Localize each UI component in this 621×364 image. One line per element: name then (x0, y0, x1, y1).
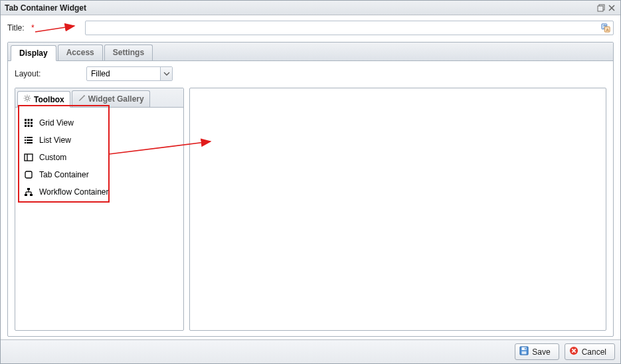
wand-icon (78, 94, 86, 104)
main-tabstrip: Display Access Settings (8, 43, 613, 61)
right-panel-canvas[interactable] (189, 88, 606, 331)
list-icon (23, 135, 34, 145)
inner-tabstrip: Toolbox Widget Gallery (15, 88, 183, 108)
svg-rect-18 (28, 119, 30, 121)
titlebar: Tab Container Widget (1, 1, 620, 15)
toolbox-item-grid-view[interactable]: Grid View (21, 114, 178, 132)
layout-select[interactable] (86, 66, 173, 81)
toolbox-item-workflow-container[interactable]: Workflow Container (21, 183, 178, 201)
toolbox-item-label: Custom (39, 153, 66, 162)
layout-row: Layout: (15, 66, 606, 81)
svg-rect-17 (25, 119, 27, 121)
layout-label: Layout: (15, 69, 86, 78)
tab-settings[interactable]: Settings (104, 45, 153, 60)
grid-icon (23, 118, 34, 128)
svg-rect-31 (27, 142, 33, 143)
tab-display[interactable]: Display (11, 45, 56, 61)
title-input[interactable] (85, 21, 614, 35)
svg-rect-26 (25, 137, 26, 138)
svg-rect-27 (27, 137, 33, 138)
svg-rect-24 (28, 125, 30, 127)
footer: Save Cancel (1, 339, 620, 363)
chevron-down-icon[interactable] (160, 67, 172, 80)
svg-rect-29 (27, 139, 33, 141)
disk-icon (519, 346, 529, 357)
square-icon (23, 169, 34, 180)
svg-line-15 (79, 96, 84, 101)
svg-line-11 (25, 96, 25, 96)
hierarchy-icon (23, 187, 34, 197)
window: Tab Container Widget Title: * 文A Display (0, 0, 621, 364)
svg-rect-23 (25, 125, 27, 127)
svg-line-14 (29, 96, 30, 96)
svg-rect-45 (525, 348, 526, 350)
svg-line-13 (25, 100, 25, 101)
svg-rect-20 (25, 122, 27, 124)
tab-access[interactable]: Access (58, 45, 103, 60)
left-panel: Toolbox Widget Gallery (15, 88, 184, 331)
toolbox-item-label: Workflow Container (39, 187, 108, 197)
required-asterisk: * (31, 23, 35, 33)
columns-icon (23, 152, 34, 163)
toolbox-item-custom[interactable]: Custom (21, 149, 178, 166)
window-controls (596, 3, 616, 13)
svg-rect-34 (25, 171, 32, 178)
main-tab-container: Display Access Settings Layout: (7, 42, 614, 337)
gear-icon (23, 94, 31, 104)
svg-rect-36 (25, 194, 27, 196)
svg-point-6 (26, 97, 29, 100)
svg-rect-44 (522, 351, 527, 354)
toolbox-item-label: List View (39, 136, 71, 145)
window-restore-icon[interactable] (596, 3, 606, 13)
svg-rect-22 (31, 122, 33, 124)
cancel-button[interactable]: Cancel (565, 343, 615, 360)
panels: Toolbox Widget Gallery (15, 88, 606, 331)
window-title: Tab Container Widget (5, 3, 86, 13)
svg-rect-25 (31, 125, 33, 127)
title-field-row: Title: * 文A (7, 21, 614, 35)
toolbox-item-list-view[interactable]: List View (21, 132, 178, 149)
svg-rect-35 (27, 188, 30, 190)
svg-line-12 (29, 100, 30, 101)
window-body: Title: * 文A Display Access Settings Layo… (1, 15, 620, 339)
toolbox-body: Grid View List View (15, 108, 183, 330)
toolbox-item-label: Tab Container (39, 170, 89, 179)
toolbox-item-tab-container[interactable]: Tab Container (21, 166, 178, 183)
svg-rect-32 (25, 154, 33, 161)
close-icon (569, 346, 578, 357)
svg-rect-19 (31, 119, 33, 121)
window-close-icon[interactable] (607, 3, 616, 13)
svg-rect-30 (25, 142, 26, 143)
svg-point-16 (83, 95, 84, 96)
toolbox-item-label: Grid View (39, 118, 74, 128)
translate-icon[interactable]: 文A (600, 23, 611, 33)
save-button[interactable]: Save (515, 343, 559, 360)
svg-rect-37 (30, 194, 33, 196)
svg-rect-21 (28, 122, 30, 124)
inner-tab-widget-gallery[interactable]: Widget Gallery (72, 90, 150, 107)
title-label: Title: (7, 23, 31, 33)
inner-tab-toolbox[interactable]: Toolbox (17, 91, 70, 108)
title-input-wrap: 文A (85, 21, 614, 35)
svg-rect-28 (25, 139, 26, 141)
svg-rect-1 (598, 6, 603, 11)
display-tab-body: Layout: (8, 61, 613, 336)
